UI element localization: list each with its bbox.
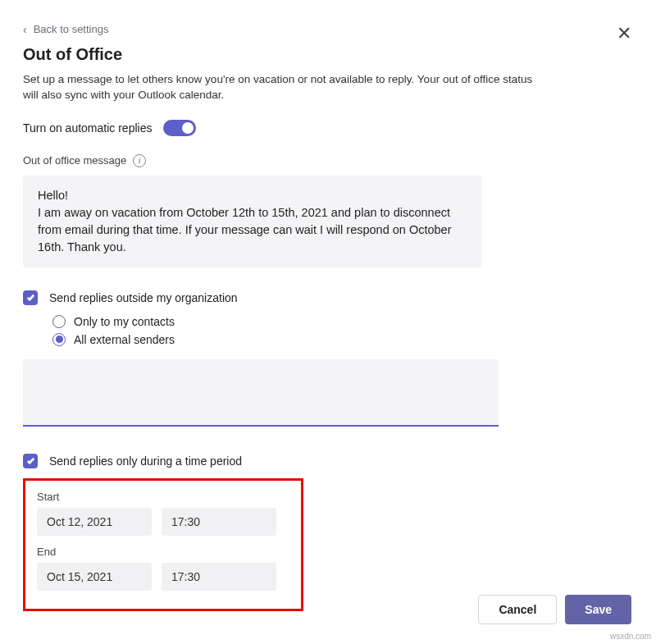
radio-icon: [52, 315, 66, 328]
end-time-input[interactable]: 17:30: [162, 563, 276, 591]
external-message-textarea[interactable]: [23, 359, 499, 427]
cancel-button-label: Cancel: [499, 603, 536, 616]
auto-replies-toggle-label: Turn on automatic replies: [23, 121, 152, 135]
ooo-message-label: Out of office message: [23, 154, 126, 167]
back-label: Back to settings: [34, 23, 109, 35]
page-title: Out of Office: [23, 45, 633, 64]
ooo-message-text: Hello! I am away on vacation from Octobe…: [38, 189, 452, 253]
radio-only-contacts[interactable]: Only to my contacts: [52, 315, 633, 328]
ooo-message-textarea[interactable]: Hello! I am away on vacation from Octobe…: [23, 176, 482, 267]
radio-icon: [52, 333, 66, 346]
start-date-input[interactable]: Oct 12, 2021: [37, 508, 152, 536]
start-time-value: 17:30: [171, 515, 200, 528]
close-button[interactable]: ✕: [617, 25, 631, 43]
start-label: Start: [37, 491, 289, 503]
start-time-input[interactable]: 17:30: [162, 508, 276, 536]
time-period-highlight: Start Oct 12, 2021 17:30 End Oct 15, 202…: [23, 478, 303, 611]
start-date-value: Oct 12, 2021: [47, 515, 112, 528]
chevron-left-icon: ‹: [23, 24, 27, 35]
auto-replies-toggle[interactable]: [163, 120, 196, 136]
radio-all-external[interactable]: All external senders: [52, 333, 633, 346]
save-button[interactable]: Save: [565, 595, 631, 624]
back-to-settings-link[interactable]: ‹ Back to settings: [23, 23, 633, 35]
end-label: End: [37, 546, 289, 558]
check-icon: [26, 456, 35, 465]
end-time-value: 17:30: [171, 570, 200, 583]
cancel-button[interactable]: Cancel: [478, 595, 557, 624]
radio-all-external-label: All external senders: [74, 333, 175, 346]
check-icon: [26, 293, 35, 302]
time-period-checkbox-label: Send replies only during a time period: [49, 454, 242, 468]
radio-only-contacts-label: Only to my contacts: [74, 315, 175, 328]
end-date-value: Oct 15, 2021: [47, 570, 112, 583]
close-icon: ✕: [617, 23, 631, 43]
save-button-label: Save: [585, 603, 612, 616]
watermark: wsxdn.com: [610, 632, 651, 641]
external-replies-checkbox[interactable]: [23, 290, 38, 305]
end-date-input[interactable]: Oct 15, 2021: [37, 563, 152, 591]
info-icon[interactable]: i: [133, 154, 146, 167]
external-replies-checkbox-label: Send replies outside my organization: [49, 291, 238, 304]
time-period-checkbox[interactable]: [23, 454, 38, 468]
page-description: Set up a message to let others know you'…: [23, 72, 548, 103]
